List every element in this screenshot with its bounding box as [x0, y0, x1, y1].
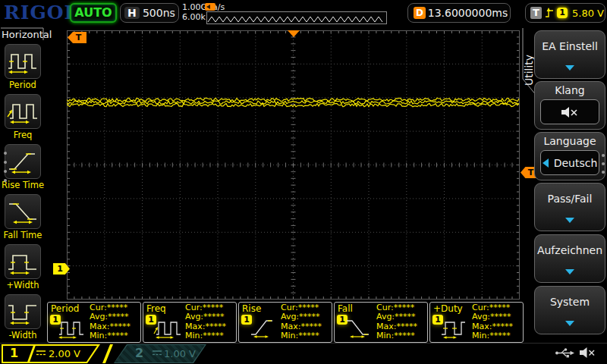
right-page-dot — [602, 154, 605, 157]
menu-item-fall-time[interactable]: Fall Time — [0, 194, 46, 240]
channel1-number: 1 — [10, 346, 18, 360]
io-setting-button[interactable]: EA Einstell — [534, 30, 605, 79]
trigger-status-box[interactable]: T 1 5.80 V — [525, 3, 605, 23]
delay-offset-box[interactable]: D 13.6000000ms — [407, 3, 511, 23]
system-label: System — [535, 296, 605, 308]
language-button[interactable]: Language Deutsch — [534, 132, 605, 180]
freq-measure-icon — [153, 315, 182, 340]
chevron-down-icon — [565, 65, 574, 71]
left-page-dot — [4, 179, 7, 182]
left-page-dot — [4, 170, 7, 173]
io-setting-label: EA Einstell — [535, 40, 605, 52]
fall-measure-icon — [344, 315, 373, 340]
rigol-logo: RIGOL — [4, 2, 78, 24]
timebase-value: 500ns — [140, 7, 178, 19]
period-icon — [6, 48, 39, 75]
freq-label: Freq — [0, 130, 46, 140]
menu-item-rise-time[interactable]: Rise Time — [0, 144, 46, 190]
left-page-dot — [4, 152, 7, 155]
fall-time-label: Fall Time — [0, 230, 46, 240]
measure-stats: Cur:***** Avg:***** Max:***** Min:***** — [376, 303, 417, 340]
pass-fail-button[interactable]: Pass/Fail — [534, 183, 605, 231]
run-status-badge[interactable]: AUTO — [70, 3, 117, 23]
chevron-left-icon — [543, 158, 549, 168]
preview-wave-icon — [207, 14, 385, 24]
bottom-divider — [0, 343, 607, 344]
left-page-dot — [4, 161, 7, 164]
freq-button[interactable] — [5, 94, 41, 129]
measure-panel-rise: Rise 1 Cur:***** Avg:***** Max:***** Min… — [238, 302, 332, 343]
sound-state-box — [540, 99, 599, 124]
horizontal-label: H — [124, 7, 140, 19]
measure-panel-pduty: +Duty 1 Cur:***** Avg:***** Max:***** Mi… — [429, 302, 524, 343]
delay-value: 13.6000000ms — [426, 7, 510, 19]
speaker-muted-icon — [578, 346, 596, 359]
trigger-badge: T — [530, 7, 542, 19]
menu-item-period[interactable]: Period — [0, 44, 46, 90]
oscilloscope-screen: RIGOL AUTO H 500ns 1.00GSa/s 6.00k pts D… — [0, 0, 607, 364]
measure-panel-freq: Freq 1 Cur:***** Avg:***** Max:***** Min… — [143, 302, 237, 343]
chevron-down-icon — [565, 269, 574, 275]
system-button[interactable]: System — [534, 286, 605, 334]
chevron-down-icon — [565, 218, 574, 223]
freq-icon — [6, 98, 39, 125]
sound-label: Klang — [535, 84, 605, 96]
rise-time-button[interactable] — [5, 144, 41, 179]
sound-button[interactable]: Klang — [534, 81, 605, 130]
language-label: Language — [535, 135, 605, 147]
measure-panel-period: Period 1 Cur:***** Avg:***** Max:***** M… — [47, 302, 141, 343]
measure-name: +Duty — [433, 303, 463, 314]
measure-name: Period — [51, 303, 79, 314]
pass-fail-label: Pass/Fail — [535, 193, 605, 205]
channel2-number: 2 — [135, 346, 143, 360]
plus-width-button[interactable] — [5, 244, 41, 279]
rise-time-label: Rise Time — [0, 180, 46, 190]
dc-coupling-icon — [152, 350, 162, 356]
measure-stats: Cur:***** Avg:***** Max:***** Min:***** — [281, 303, 322, 340]
menu-item-plus-width[interactable]: +Width — [0, 244, 46, 290]
menu-item-minus-width[interactable]: -Width — [0, 294, 46, 340]
plus-width-label: +Width — [0, 280, 46, 290]
rise-time-icon — [6, 148, 39, 175]
horizontal-timebase-box[interactable]: H 500ns — [120, 3, 179, 23]
window-position-arrow-icon — [205, 3, 215, 11]
dc-coupling-icon — [36, 350, 46, 356]
measure-name: Fall — [338, 303, 353, 314]
left-menu-title: Horizontal — [2, 29, 52, 40]
period-button[interactable] — [5, 44, 41, 79]
minus-width-button[interactable] — [5, 294, 41, 329]
channel2-scale: 1.00 V — [164, 348, 196, 359]
channel1-scale: 2.00 V — [49, 348, 80, 359]
minus-width-label: -Width — [0, 330, 46, 340]
right-page-dot — [602, 162, 605, 165]
fall-time-icon — [6, 198, 39, 225]
trigger-level-value: 5.80 V — [572, 8, 604, 19]
language-value-box: Deutsch — [540, 150, 599, 175]
channel1-slash — [102, 344, 113, 363]
period-label: Period — [0, 80, 46, 90]
right-page-dot — [602, 171, 605, 174]
menu-item-freq[interactable]: Freq — [0, 94, 46, 140]
measure-panel-fall: Fall 1 Cur:***** Avg:***** Max:***** Min… — [334, 302, 428, 343]
language-value: Deutsch — [554, 157, 598, 169]
measure-name: Freq — [146, 303, 166, 314]
plus-width-icon — [6, 248, 39, 275]
measure-stats: Cur:***** Avg:***** Max:***** Min:***** — [90, 303, 131, 340]
period-measure-icon — [58, 315, 86, 340]
fall-time-button[interactable] — [5, 194, 41, 229]
delay-position-marker-icon[interactable] — [288, 30, 300, 37]
rise-measure-icon — [249, 315, 278, 340]
trigger-source-badge: 1 — [557, 8, 568, 18]
delay-badge: D — [414, 7, 426, 19]
usb-icon — [555, 347, 574, 359]
speaker-muted-icon — [560, 105, 580, 119]
record-label: Aufzeichnen — [535, 244, 605, 256]
record-button[interactable]: Aufzeichnen — [534, 234, 605, 283]
rising-edge-icon — [545, 7, 554, 19]
utility-menu-tab: Utility — [523, 40, 536, 101]
minus-width-icon — [6, 298, 39, 325]
measure-name: Rise — [242, 303, 261, 314]
waveform-preview[interactable] — [206, 11, 387, 24]
measure-stats: Cur:***** Avg:***** Max:***** Min:***** — [472, 303, 513, 340]
measure-stats: Cur:***** Avg:***** Max:***** Min:***** — [185, 303, 226, 340]
